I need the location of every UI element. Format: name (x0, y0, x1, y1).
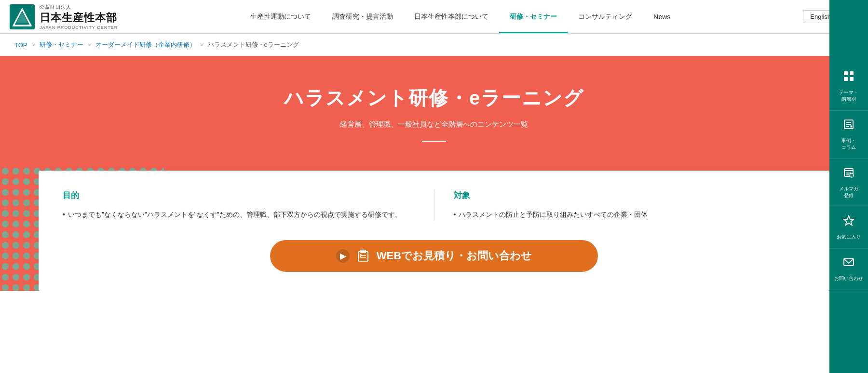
sidebar-contact-label: お問い合わせ (834, 275, 863, 282)
hero-subtitle: 経営層、管理職、一般社員など全階層へのコンテンツ一覧 (10, 120, 858, 129)
hero-content: ハラスメント研修・eラーニング 経営層、管理職、一般社員など全階層へのコンテンツ… (0, 56, 868, 171)
sidebar-item-case[interactable]: 事例・コラム (829, 111, 868, 159)
sidebar-item-favorite[interactable]: お気に入り (829, 207, 868, 249)
star-icon (843, 215, 854, 231)
sidebar-mailmag-label: メルマガ登録 (839, 186, 858, 199)
svg-rect-14 (850, 71, 854, 75)
svg-text:✓: ✓ (851, 174, 853, 177)
cta-label: WEBでお見積り・お問い合わせ (377, 249, 532, 263)
cta-arrow-icon: ▶ (336, 249, 350, 263)
breadcrumb-sep-3: ＞ (199, 40, 205, 49)
purpose-title: 目的 (63, 190, 415, 201)
mailmag-icon: ✓ (843, 167, 854, 183)
hero-section: ハラスメント研修・eラーニング 経営層、管理職、一般社員など全階層へのコンテンツ… (0, 56, 868, 291)
nav-item-news[interactable]: News (643, 0, 681, 33)
logo-label-top: 公益財団法人 (40, 4, 118, 11)
sidebar-favorite-label: お気に入り (837, 234, 861, 240)
nav-item-consulting[interactable]: コンサルティング (568, 0, 643, 33)
purpose-col: 目的 いつまでも"なくならない"ハラスメントを"なくす"ための、管理職、部下双方… (63, 190, 415, 221)
logo-label-sub: JAPAN PRODUCTIVITY CENTER (40, 25, 118, 30)
svg-marker-28 (844, 216, 854, 225)
cta-clipboard-icon (356, 249, 370, 263)
breadcrumb-sep-1: ＞ (30, 40, 37, 49)
svg-rect-15 (844, 77, 848, 81)
info-card: 目的 いつまでも"なくならない"ハラスメントを"なくす"ための、管理職、部下双方… (39, 171, 829, 291)
breadcrumb: TOP ＞ 研修・セミナー ＞ オーダーメイド研修（企業内研修） ＞ ハラスメン… (0, 34, 868, 56)
logo-label-main: 日本生産性本部 (40, 11, 118, 25)
sidebar-item-contact[interactable]: お問い合わせ (829, 249, 868, 290)
right-sidebar: テーマ・階層別 事例・コラム ✓ (829, 0, 868, 291)
purpose-item: いつまでも"なくならない"ハラスメントを"なくす"ための、管理職、部下双方からの… (63, 209, 415, 221)
breadcrumb-training[interactable]: 研修・セミナー (40, 40, 83, 49)
breadcrumb-order[interactable]: オーダーメイド研修（企業内研修） (95, 40, 196, 49)
breadcrumb-sep-2: ＞ (86, 40, 93, 49)
main-nav: 生産性運動について 調査研究・提言活動 日本生産性本部について 研修・セミナー … (118, 0, 803, 33)
breadcrumb-top[interactable]: TOP (14, 41, 27, 49)
hero-title: ハラスメント研修・eラーニング (10, 85, 858, 111)
target-title: 対象 (454, 190, 806, 201)
svg-rect-16 (850, 77, 854, 81)
svg-rect-13 (844, 71, 848, 75)
breadcrumb-current: ハラスメント研修・eラーニング (208, 40, 299, 49)
sidebar-theme-label: テーマ・階層別 (839, 89, 858, 103)
sidebar-item-mailmag[interactable]: ✓ メルマガ登録 (829, 159, 868, 207)
sidebar-case-label: 事例・コラム (841, 137, 856, 151)
edit-icon (843, 119, 854, 134)
hero-divider (422, 141, 446, 142)
target-col: 対象 ハラスメントの防止と予防に取り組みたいすべての企業・団体 (454, 190, 806, 221)
logo-text: 公益財団法人 日本生産性本部 JAPAN PRODUCTIVITY CENTER (40, 4, 118, 30)
nav-item-productivity[interactable]: 生産性運動について (240, 0, 322, 33)
grid-icon (843, 70, 854, 86)
nav-item-research[interactable]: 調査研究・提言活動 (322, 0, 404, 33)
card-columns: 目的 いつまでも"なくならない"ハラスメントを"なくす"ための、管理職、部下双方… (63, 190, 805, 221)
nav-item-training[interactable]: 研修・セミナー (499, 0, 568, 33)
logo[interactable]: 公益財団法人 日本生産性本部 JAPAN PRODUCTIVITY CENTER (10, 4, 118, 30)
sidebar-item-theme[interactable]: テーマ・階層別 (829, 63, 868, 111)
mail-icon (843, 256, 854, 272)
header: 公益財団法人 日本生産性本部 JAPAN PRODUCTIVITY CENTER… (0, 0, 868, 34)
logo-icon (10, 4, 35, 29)
target-item: ハラスメントの防止と予防に取り組みたいすべての企業・団体 (454, 209, 806, 221)
card-divider (434, 190, 434, 221)
cta-button[interactable]: ▶ WEBでお見積り・お問い合わせ (270, 240, 598, 272)
nav-item-about[interactable]: 日本生産性本部について (404, 0, 499, 33)
